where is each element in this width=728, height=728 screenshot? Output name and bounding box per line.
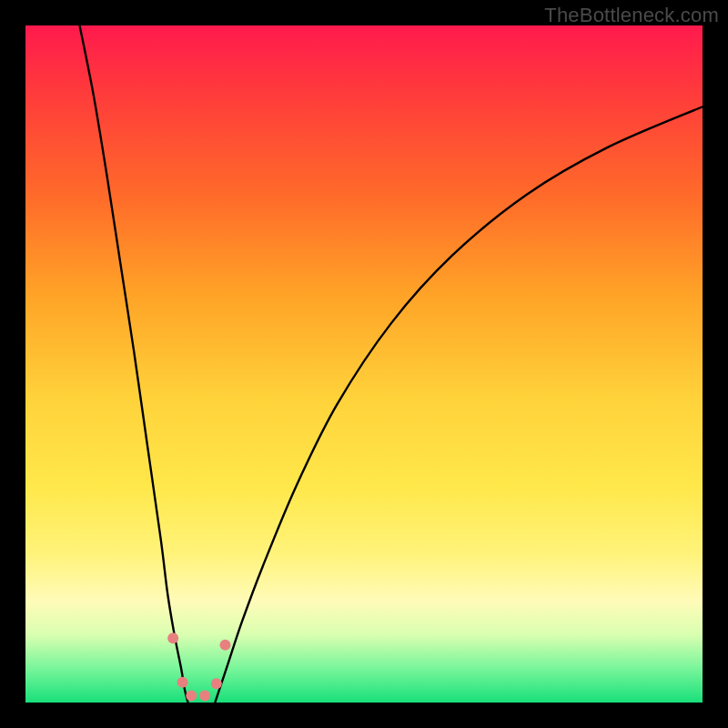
plot-area xyxy=(25,25,703,703)
right-curve-path xyxy=(215,106,703,703)
watermark-text: TheBottleneck.com xyxy=(544,4,719,27)
left-curve-path xyxy=(80,25,188,703)
outer-frame: TheBottleneck.com xyxy=(0,0,728,728)
trough-marker xyxy=(167,632,178,643)
chart-svg xyxy=(25,25,703,703)
trough-marker xyxy=(211,678,222,689)
trough-marker xyxy=(219,640,230,651)
trough-marker xyxy=(199,691,210,702)
trough-marker xyxy=(177,677,188,688)
trough-marker xyxy=(186,691,197,702)
curve-group xyxy=(80,25,703,703)
